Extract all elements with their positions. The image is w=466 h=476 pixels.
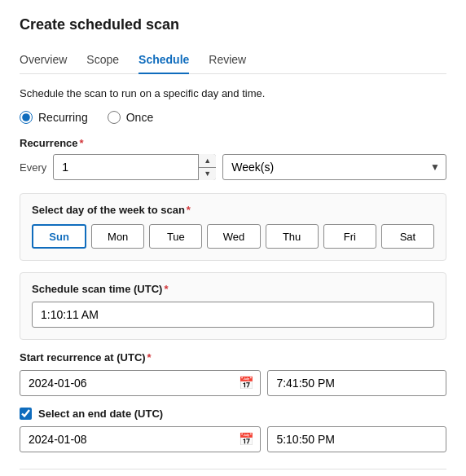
end-date-wrap: 📅 [20,426,261,452]
start-date-time-row: 📅 [20,370,446,396]
day-btn-wed[interactable]: Wed [207,224,260,249]
recurrence-row: Every ▲ ▼ Day(s) Week(s) Month(s) ▼ [20,154,446,180]
end-date-time-row: 📅 [20,426,446,452]
spin-buttons: ▲ ▼ [198,154,216,180]
scan-time-required: * [164,283,168,295]
once-radio[interactable] [108,111,121,124]
days-row: Sun Mon Tue Wed Thu Fri Sat [32,224,434,249]
tab-review[interactable]: Review [209,46,246,74]
every-label: Every [20,161,46,174]
recurring-radio[interactable] [20,111,33,124]
end-date-input[interactable] [20,426,261,452]
description: Schedule the scan to run on a specific d… [20,87,446,99]
start-date-input[interactable] [20,370,261,396]
end-date-checkbox[interactable] [20,408,32,420]
recurring-radio-label[interactable]: Recurring [20,111,88,124]
recurrence-required: * [80,137,84,149]
day-of-week-section: Select day of the week to scan* Sun Mon … [20,193,446,261]
every-number-input[interactable] [53,154,216,180]
day-btn-sun[interactable]: Sun [32,224,86,249]
scan-time-label: Schedule scan time (UTC)* [32,283,434,295]
tab-bar: Overview Scope Schedule Review [20,46,446,74]
page-title: Create scheduled scan [20,16,446,33]
start-required: * [147,351,152,364]
end-time-input[interactable] [267,426,446,452]
end-date-label-text: Select an end date (UTC) [38,408,163,420]
once-radio-label[interactable]: Once [108,111,153,124]
day-btn-thu[interactable]: Thu [266,224,319,249]
spin-down[interactable]: ▼ [199,168,216,181]
day-btn-sat[interactable]: Sat [381,224,434,249]
scan-time-section: Schedule scan time (UTC)* [20,272,446,340]
day-required: * [187,204,191,216]
scan-time-input[interactable] [32,302,434,328]
spin-up[interactable]: ▲ [199,154,216,168]
day-btn-fri[interactable]: Fri [323,224,376,249]
day-btn-tue[interactable]: Tue [149,224,202,249]
tab-overview[interactable]: Overview [20,46,67,74]
recurrence-type-group: Recurring Once [20,111,446,124]
once-label: Once [126,111,153,124]
recurring-label: Recurring [38,111,88,124]
period-select-wrap: Day(s) Week(s) Month(s) ▼ [222,154,446,180]
recurrence-field-label: Recurrence* [20,137,446,149]
footer-divider [20,469,446,469]
start-recurrence-label: Start recurrence at (UTC)* [20,351,446,364]
tab-scope[interactable]: Scope [86,46,119,74]
day-of-week-label: Select day of the week to scan* [32,204,434,216]
start-date-wrap: 📅 [20,370,261,396]
day-btn-mon[interactable]: Mon [91,224,144,249]
end-date-section: Select an end date (UTC) 📅 [20,408,446,452]
end-date-checkbox-label[interactable]: Select an end date (UTC) [20,408,446,420]
period-select[interactable]: Day(s) Week(s) Month(s) [222,154,446,180]
tab-schedule[interactable]: Schedule [138,46,189,74]
start-recurrence-section: Start recurrence at (UTC)* 📅 [20,351,446,396]
start-time-input[interactable] [267,370,446,396]
every-number-wrap: ▲ ▼ [53,154,216,180]
